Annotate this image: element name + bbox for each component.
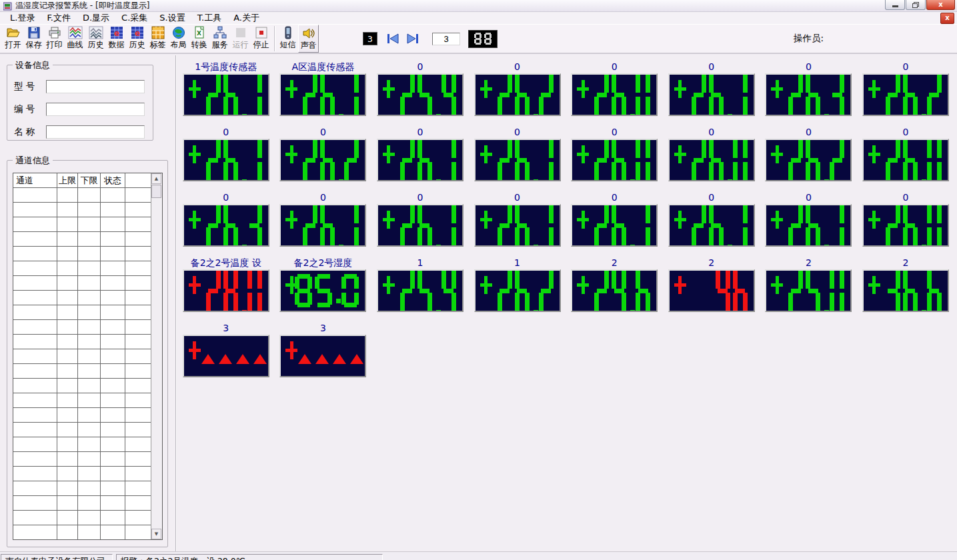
plus-sign-icon xyxy=(189,80,201,98)
sensor-label: 0 xyxy=(708,61,714,73)
led-value xyxy=(206,204,265,247)
channel-table-row[interactable] xyxy=(13,408,151,423)
sensor-label: 2 xyxy=(612,257,618,269)
toolbar-button-convert[interactable]: X转换 xyxy=(189,25,209,53)
channel-table-row[interactable] xyxy=(13,203,151,217)
channel-cell-filler xyxy=(125,437,151,452)
sensor-cell: 0 xyxy=(275,191,372,247)
plus-sign-icon xyxy=(577,145,589,163)
led-display-0 xyxy=(183,73,269,116)
channel-cell-filler xyxy=(125,203,151,217)
device-field-input-0[interactable] xyxy=(46,80,145,93)
close-button[interactable]: x xyxy=(926,0,955,10)
channel-table-row[interactable] xyxy=(13,452,151,467)
channel-table-row[interactable] xyxy=(13,247,151,261)
channel-table-scrollbar[interactable]: ▲ ▼ xyxy=(151,173,162,539)
toolbar-button-sound[interactable]: 声音 xyxy=(298,25,319,53)
channel-cell xyxy=(101,335,125,349)
channel-table-row[interactable] xyxy=(13,335,151,349)
channel-table-row[interactable] xyxy=(13,349,151,364)
channel-info-title: 通道信息 xyxy=(13,155,53,167)
device-field-input-2[interactable] xyxy=(46,125,145,139)
channel-cell xyxy=(57,467,78,481)
channel-table-row[interactable] xyxy=(13,393,151,408)
sensor-label: 0 xyxy=(514,126,520,139)
toolbar-button-label: 历史 xyxy=(129,40,145,50)
client-area: 设备信息 型 号编 号名 称 通道信息 通道上限下限状态 ▲ ▼ 1号温度传感器… xyxy=(0,55,957,551)
channel-table-row[interactable] xyxy=(13,496,151,511)
channel-table-row[interactable] xyxy=(13,437,151,452)
toolbar-button-service[interactable]: 服务 xyxy=(209,25,230,53)
scrollbar-down-icon[interactable]: ▼ xyxy=(151,529,161,539)
minimize-button[interactable] xyxy=(885,0,905,10)
next-page-button[interactable] xyxy=(404,32,420,45)
toolbar-button-history-curve[interactable]: 历史 xyxy=(85,25,106,53)
channel-cell xyxy=(13,261,57,276)
channel-cell xyxy=(13,496,57,511)
sensor-label: 1 xyxy=(514,257,520,269)
minimize-icon xyxy=(892,5,898,7)
scrollbar-up-icon[interactable]: ▲ xyxy=(151,173,161,184)
menu-bar: L.登录F.文件D.显示C.采集S.设置T.工具A.关于x xyxy=(0,11,957,24)
toolbar-button-curve[interactable]: 曲线 xyxy=(65,25,85,53)
channel-table-row[interactable] xyxy=(13,188,151,203)
toolbar-button-sms[interactable]: 短信 xyxy=(277,25,298,53)
svg-text:e: e xyxy=(135,29,140,38)
channel-table-row[interactable] xyxy=(13,379,151,393)
toolbar-button-label[interactable]: 标签 xyxy=(147,25,168,53)
toolbar-button-stop[interactable]: 停止 xyxy=(251,25,271,53)
channel-cell xyxy=(78,496,101,511)
sensor-label: 0 xyxy=(514,191,520,204)
toolbar-button-save[interactable]: 保存 xyxy=(23,25,44,53)
menu-item-collect[interactable]: C.采集 xyxy=(115,11,153,25)
sensor-cell: 0 xyxy=(371,191,469,247)
channel-table-row[interactable] xyxy=(13,467,151,481)
menu-item-login[interactable]: L.登录 xyxy=(4,11,41,25)
channel-table-row[interactable] xyxy=(13,232,151,247)
restore-button[interactable] xyxy=(906,0,926,10)
plus-sign-icon xyxy=(383,211,395,229)
channel-cell xyxy=(13,452,57,467)
channel-table-row[interactable] xyxy=(13,525,151,540)
device-field-input-1[interactable] xyxy=(46,103,145,116)
sensor-cell: 0 xyxy=(857,126,954,181)
channel-table-row[interactable] xyxy=(13,305,151,320)
toolbar-button-open[interactable]: 打开 xyxy=(3,25,23,53)
led-value xyxy=(303,73,361,116)
menu-item-settings[interactable]: S.设置 xyxy=(153,11,191,25)
channel-cell xyxy=(101,203,125,217)
channel-cell xyxy=(78,481,101,496)
sensor-label: 0 xyxy=(223,126,229,139)
led-display-9 xyxy=(279,139,366,181)
toolbar-button-print[interactable]: 打印 xyxy=(44,25,65,53)
mdi-child-close-button[interactable]: x xyxy=(940,13,954,24)
channel-table-row[interactable] xyxy=(13,364,151,379)
toolbar-button-layout[interactable]: 布局 xyxy=(168,25,189,53)
channel-cell-filler xyxy=(125,261,151,276)
channel-cell xyxy=(78,261,101,276)
channel-table-row[interactable] xyxy=(13,423,151,437)
sensor-label: 1号温度传感器 xyxy=(195,61,257,73)
channel-cell xyxy=(57,496,78,511)
channel-table-row[interactable] xyxy=(13,276,151,291)
led-value xyxy=(886,139,944,181)
toolbar-button-history-data[interactable]: e历史 xyxy=(127,25,147,53)
page-input[interactable] xyxy=(432,33,460,45)
menu-item-file[interactable]: F.文件 xyxy=(41,11,77,25)
channel-table-row[interactable] xyxy=(13,481,151,496)
channel-table-row[interactable] xyxy=(13,511,151,525)
sensor-label: 2 xyxy=(708,257,714,269)
channel-table-row[interactable] xyxy=(13,217,151,232)
channel-header-cell: 状态 xyxy=(101,173,125,188)
toolbar-button-data[interactable]: e数据 xyxy=(106,25,127,53)
previous-page-button[interactable] xyxy=(385,32,401,45)
channel-cell xyxy=(57,423,78,437)
menu-item-display[interactable]: D.显示 xyxy=(77,11,115,25)
channel-table-row[interactable] xyxy=(13,320,151,335)
menu-item-about[interactable]: A.关于 xyxy=(227,11,265,25)
channel-table-row[interactable] xyxy=(13,291,151,305)
scrollbar-thumb[interactable] xyxy=(151,185,161,198)
menu-item-tools[interactable]: T.工具 xyxy=(191,11,228,25)
led-value xyxy=(716,269,750,312)
channel-table-row[interactable] xyxy=(13,261,151,276)
